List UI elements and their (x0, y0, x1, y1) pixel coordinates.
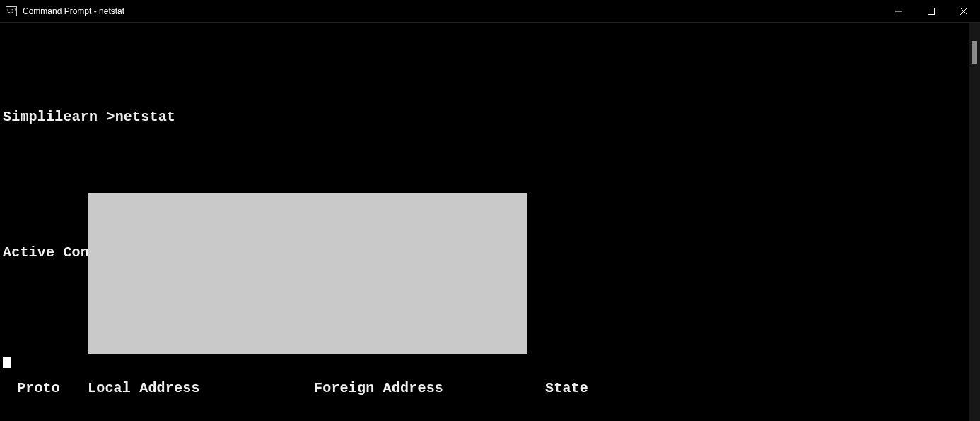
terminal-body[interactable]: Simplilearn >netstat Active Connections … (0, 23, 980, 421)
redaction-overlay (88, 193, 527, 354)
prompt-line: Simplilearn >netstat (3, 106, 980, 129)
window-titlebar[interactable]: C:\ Command Prompt - netstat (0, 0, 980, 23)
scrollbar-vertical[interactable] (969, 23, 980, 421)
scrollbar-thumb[interactable] (972, 41, 977, 64)
col-local-header: Local Address (88, 377, 314, 400)
text-cursor (3, 357, 11, 368)
cmd-icon: C:\ (6, 6, 17, 17)
table-header-row: ProtoLocal AddressForeign AddressState (3, 377, 980, 400)
close-button[interactable] (947, 1, 980, 22)
col-foreign-header: Foreign Address (314, 377, 545, 400)
maximize-button[interactable] (915, 1, 947, 22)
svg-rect-3 (928, 8, 935, 14)
col-state-header: State (545, 377, 588, 400)
minimize-button[interactable] (882, 1, 915, 22)
col-proto-header: Proto (17, 377, 88, 400)
svg-text:C:\: C:\ (7, 8, 17, 14)
command-prompt-window: C:\ Command Prompt - netstat Simplilearn… (0, 0, 980, 421)
window-title: Command Prompt - netstat (23, 6, 882, 16)
window-controls (882, 1, 980, 22)
